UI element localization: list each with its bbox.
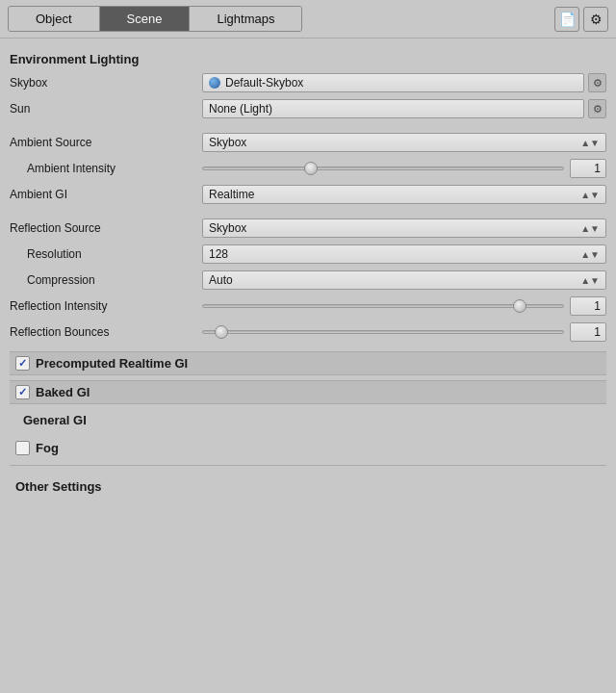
tab-object[interactable]: Object xyxy=(9,7,100,31)
reflection-intensity-slider-container: 1 xyxy=(202,296,606,316)
reflection-intensity-row: Reflection Intensity 1 xyxy=(10,295,606,317)
gear-button[interactable]: ⚙ xyxy=(583,7,608,32)
reflection-intensity-field[interactable]: 1 xyxy=(570,296,606,316)
reflection-bounces-slider-thumb[interactable] xyxy=(215,325,228,339)
reflection-bounces-label: Reflection Bounces xyxy=(10,325,202,339)
gear-icon: ⚙ xyxy=(590,12,603,27)
precomputed-gi-row: Precomputed Realtime GI xyxy=(10,351,606,375)
ambient-intensity-slider-track[interactable] xyxy=(202,167,564,170)
reflection-bounces-field[interactable]: 1 xyxy=(570,322,606,342)
baked-gi-checkbox[interactable] xyxy=(15,385,30,399)
ambient-intensity-slider-container: 1 xyxy=(202,159,606,178)
ambient-intensity-slider-thumb[interactable] xyxy=(304,162,318,175)
sun-field[interactable]: None (Light) xyxy=(202,99,584,118)
tab-scene[interactable]: Scene xyxy=(100,7,191,31)
compression-label: Compression xyxy=(10,273,202,287)
reflection-source-text: Skybox xyxy=(209,221,246,235)
ambient-gi-dropdown[interactable]: Realtime ▲▼ xyxy=(202,185,606,204)
skybox-field[interactable]: Default-Skybox xyxy=(202,73,584,92)
bookmark-button[interactable]: 📄 xyxy=(554,7,579,32)
compression-value: Auto ▲▼ xyxy=(202,270,606,290)
ambient-source-arrow-icon: ▲▼ xyxy=(580,138,600,148)
baked-gi-row: Baked GI xyxy=(10,380,606,404)
environment-lighting-header: Environment Lighting xyxy=(10,52,606,66)
precomputed-gi-checkbox[interactable] xyxy=(15,356,30,371)
ambient-gi-value: Realtime ▲▼ xyxy=(202,185,606,204)
skybox-dot-icon xyxy=(209,77,220,89)
fog-checkbox[interactable] xyxy=(15,441,30,455)
reflection-bounces-row: Reflection Bounces 1 xyxy=(10,321,606,343)
ambient-source-label: Ambient Source xyxy=(10,136,202,149)
ambient-source-text: Skybox xyxy=(209,136,246,149)
reflection-intensity-label: Reflection Intensity xyxy=(10,299,202,313)
sun-row: Sun None (Light) ⚙ xyxy=(10,98,606,119)
ambient-intensity-value: 1 xyxy=(202,159,606,178)
ambient-gi-arrow-icon: ▲▼ xyxy=(580,190,600,200)
ambient-source-row: Ambient Source Skybox ▲▼ xyxy=(10,132,606,153)
skybox-label: Skybox xyxy=(10,76,202,90)
ambient-gi-text: Realtime xyxy=(209,188,254,201)
resolution-value: 128 ▲▼ xyxy=(202,244,606,264)
fog-row: Fog xyxy=(10,437,606,459)
precomputed-gi-label: Precomputed Realtime GI xyxy=(36,356,188,371)
reflection-intensity-slider-track[interactable] xyxy=(202,304,564,308)
ambient-gi-row: Ambient GI Realtime ▲▼ xyxy=(10,184,606,205)
reflection-intensity-slider-thumb[interactable] xyxy=(513,299,526,313)
reflection-source-label: Reflection Source xyxy=(10,221,202,235)
compression-text: Auto xyxy=(209,273,233,287)
top-icons: 📄 ⚙ xyxy=(554,7,608,32)
reflection-bounces-value: 1 xyxy=(202,322,606,342)
reflection-bounces-slider-container: 1 xyxy=(202,322,606,342)
resolution-arrow-icon: ▲▼ xyxy=(580,249,600,260)
reflection-source-arrow-icon: ▲▼ xyxy=(580,223,600,234)
reflection-source-dropdown[interactable]: Skybox ▲▼ xyxy=(202,218,606,238)
resolution-text: 128 xyxy=(209,247,228,261)
skybox-settings-icon[interactable]: ⚙ xyxy=(588,73,606,92)
reflection-bounces-slider-track[interactable] xyxy=(202,330,564,334)
ambient-intensity-field[interactable]: 1 xyxy=(570,159,606,178)
reflection-source-value: Skybox ▲▼ xyxy=(202,218,606,238)
fog-label: Fog xyxy=(36,441,59,455)
resolution-dropdown[interactable]: 128 ▲▼ xyxy=(202,244,606,264)
other-settings-section: Other Settings xyxy=(10,472,606,503)
ambient-intensity-row: Ambient Intensity 1 xyxy=(10,158,606,179)
compression-arrow-icon: ▲▼ xyxy=(580,275,600,286)
reflection-intensity-value: 1 xyxy=(202,296,606,316)
reflection-source-row: Reflection Source Skybox ▲▼ xyxy=(10,218,606,239)
tab-group: Object Scene Lightmaps xyxy=(8,6,302,32)
ambient-gi-label: Ambient GI xyxy=(10,188,202,201)
skybox-value: Default-Skybox ⚙ xyxy=(202,73,606,92)
tab-lightmaps[interactable]: Lightmaps xyxy=(190,7,301,31)
main-content: Environment Lighting Skybox Default-Skyb… xyxy=(0,38,616,513)
sun-value: None (Light) ⚙ xyxy=(202,99,606,118)
ambient-source-dropdown[interactable]: Skybox ▲▼ xyxy=(202,133,606,152)
sun-label: Sun xyxy=(10,102,202,116)
other-settings-header: Other Settings xyxy=(15,479,601,494)
skybox-row: Skybox Default-Skybox ⚙ xyxy=(10,72,606,93)
sun-settings-icon[interactable]: ⚙ xyxy=(588,99,606,118)
general-gi-header: General GI xyxy=(23,409,606,431)
ambient-intensity-label: Ambient Intensity xyxy=(10,162,202,175)
baked-gi-label: Baked GI xyxy=(36,385,90,399)
bookmark-icon: 📄 xyxy=(559,12,576,27)
ambient-source-value: Skybox ▲▼ xyxy=(202,133,606,152)
resolution-row: Resolution 128 ▲▼ xyxy=(10,244,606,265)
sun-field-text: None (Light) xyxy=(209,102,272,116)
compression-dropdown[interactable]: Auto ▲▼ xyxy=(202,270,606,290)
general-gi-section: General GI xyxy=(10,409,606,431)
compression-row: Compression Auto ▲▼ xyxy=(10,270,606,291)
resolution-label: Resolution xyxy=(10,247,202,261)
divider-1 xyxy=(10,465,606,466)
top-bar: Object Scene Lightmaps 📄 ⚙ xyxy=(0,0,616,38)
skybox-field-text: Default-Skybox xyxy=(225,76,303,90)
